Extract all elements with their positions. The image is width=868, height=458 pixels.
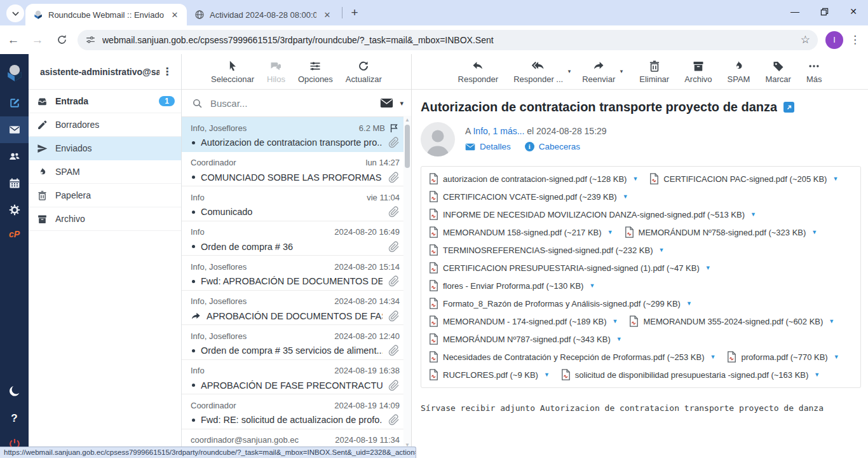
attachment-item[interactable]: CERTIFICACION PAC-signed.pdf (~205 KB) ▼ xyxy=(649,173,838,184)
attachment-menu-caret[interactable]: ▼ xyxy=(616,336,622,342)
open-in-new-window-icon[interactable] xyxy=(783,102,794,113)
attachment-menu-caret[interactable]: ▼ xyxy=(834,354,839,360)
attachment-item[interactable]: MEMORANDUM 158-signed.pdf (~217 KB) ▼ xyxy=(429,226,613,238)
attachment-item[interactable]: RUCFLORES.pdf (~9 KB) ▼ xyxy=(429,369,550,380)
settings-nav-button[interactable] xyxy=(0,197,29,223)
message-list-item[interactable]: Info vie 11:04 Comunicado xyxy=(182,186,403,221)
sidebar-item-papelera[interactable]: Papelera xyxy=(29,184,181,207)
delete-button[interactable]: Eliminar xyxy=(635,60,674,84)
attachment-menu-caret[interactable]: ▼ xyxy=(705,265,711,271)
details-toggle[interactable]: Detalles xyxy=(465,142,511,151)
search-input[interactable] xyxy=(209,97,374,109)
reply-all-button[interactable]: Responder ... ▾ xyxy=(509,60,567,84)
attachment-menu-caret[interactable]: ▼ xyxy=(829,318,834,324)
cpanel-logo[interactable]: cP xyxy=(0,223,29,245)
attachment-item[interactable]: MEMORANDUM - 174-signed.pdf (~189 KB) ▼ xyxy=(429,316,618,327)
attachment-menu-caret[interactable]: ▼ xyxy=(632,176,638,182)
more-button[interactable]: Más xyxy=(802,60,827,84)
message-list-item[interactable]: Coordinador 2024-08-19 14:09 Fwd: RE: so… xyxy=(182,394,403,429)
tab-close-icon[interactable]: ✕ xyxy=(169,9,180,20)
reload-button[interactable] xyxy=(51,29,72,51)
attachment-item[interactable]: Formato_8_Razón de Proformas y Análisis-… xyxy=(429,298,692,309)
roundcube-logo[interactable] xyxy=(0,57,29,90)
attachment-item[interactable]: flores - Enviar Proforma.pdf (~130 KB) ▼ xyxy=(429,280,595,291)
search-options-chevron[interactable]: ▾ xyxy=(400,99,403,108)
attachment-item[interactable]: proforma.pdf (~770 KB) ▼ xyxy=(727,351,839,363)
browser-menu-button[interactable]: ⋮ xyxy=(850,33,860,46)
attachment-menu-caret[interactable]: ▼ xyxy=(623,193,628,200)
compose-button[interactable] xyxy=(0,90,29,116)
help-button[interactable]: ? xyxy=(0,406,29,431)
attachment-item[interactable]: MEMORANDUM 355-2024-signed.pdf (~602 KB)… xyxy=(629,316,834,327)
sidebar-item-archivo[interactable]: Archivo xyxy=(29,207,181,231)
recipient-link[interactable]: Info xyxy=(473,126,487,136)
account-menu-button[interactable]: ⋮ xyxy=(159,66,175,78)
reply-all-dropdown[interactable]: ▾ xyxy=(568,68,571,74)
threads-button[interactable]: Hilos xyxy=(262,60,290,84)
tab-search-button[interactable] xyxy=(6,4,24,22)
browser-profile-avatar[interactable]: I xyxy=(825,31,843,49)
options-button[interactable]: Opciones xyxy=(294,60,337,84)
message-list-item[interactable]: Info, Joseflores 2024-08-20 14:34 APROBA… xyxy=(182,291,403,326)
attachment-menu-caret[interactable]: ▼ xyxy=(659,247,665,253)
attachment-menu-caret[interactable]: ▼ xyxy=(710,354,716,360)
mark-button[interactable]: Marcar xyxy=(761,60,795,84)
attachment-menu-caret[interactable]: ▼ xyxy=(613,318,618,324)
attachment-item[interactable]: INFORME DE NECESIDAD MOVILIZACION DANZA-… xyxy=(429,209,756,220)
restore-button[interactable] xyxy=(810,0,839,23)
attachment-menu-caret[interactable]: ▼ xyxy=(750,211,756,218)
message-list-item[interactable]: Info, Joseflores 2024-08-20 15:14 Fwd: A… xyxy=(182,256,403,291)
more-recipients-link[interactable]: 1 más... xyxy=(493,126,525,136)
attachment-item[interactable]: CERTIFICACION VCATE-signed.pdf (~239 KB)… xyxy=(429,191,628,202)
spam-button[interactable]: SPAM xyxy=(723,60,755,84)
attachment-item[interactable]: solicitud de disponibilidad presupuestar… xyxy=(561,369,820,380)
sidebar-item-enviados[interactable]: Enviados xyxy=(29,137,181,160)
message-list-item[interactable]: Info 2024-08-20 16:49 Orden de compra # … xyxy=(182,221,403,256)
tab-actividad[interactable]: Actividad 2024-08-28 08:00:00 ✕ xyxy=(187,4,339,25)
forward-dropdown[interactable]: ▾ xyxy=(620,68,623,74)
attachment-menu-caret[interactable]: ▼ xyxy=(814,371,820,378)
bookmark-star-icon[interactable]: ☆ xyxy=(801,33,810,46)
list-scrollbar[interactable]: ▲ ▼ xyxy=(403,116,411,458)
refresh-button[interactable]: Actualizar xyxy=(341,60,386,84)
attachment-menu-caret[interactable]: ▼ xyxy=(686,300,692,307)
reply-button[interactable]: Responder xyxy=(454,60,503,84)
attachment-item[interactable]: MEMORÁNDUM Nº758-signed.pdf (~323 KB) ▼ xyxy=(625,226,818,238)
attachment-menu-caret[interactable]: ▼ xyxy=(589,282,595,289)
attachment-menu-caret[interactable]: ▼ xyxy=(544,371,550,378)
attachment-menu-caret[interactable]: ▼ xyxy=(832,176,838,182)
forward-button[interactable]: Reenviar ▾ xyxy=(578,60,620,84)
attachment-item[interactable]: TERMINOSREFERENCIAS-signed-signed.pdf (~… xyxy=(429,244,664,256)
attachment-item[interactable]: CERTIFICACION PRESUPUESTARIA-signed-sign… xyxy=(429,262,711,274)
message-list-item[interactable]: Coordinador lun 14:27 COMUNCIADO SOBRE L… xyxy=(182,152,403,187)
tab-close-icon[interactable]: ✕ xyxy=(322,9,333,20)
minimize-button[interactable]: — xyxy=(780,0,810,23)
back-button[interactable]: ← xyxy=(3,29,24,51)
new-tab-button[interactable]: + xyxy=(346,4,363,21)
attachment-menu-caret[interactable]: ▼ xyxy=(607,229,613,235)
search-scope-icon[interactable] xyxy=(380,98,393,108)
message-list-item[interactable]: Info, Joseflores 6.2 MB Autorizacion de … xyxy=(182,117,403,152)
message-list-item[interactable]: Info, Joseflores 2024-08-20 12:40 Orden … xyxy=(182,325,403,360)
mail-nav-button[interactable] xyxy=(0,116,29,143)
attachment-item[interactable]: Necesidades de Contratación y Recepción … xyxy=(429,351,715,363)
dark-mode-toggle[interactable] xyxy=(0,377,29,406)
select-button[interactable]: Seleccionar xyxy=(207,60,259,84)
close-window-button[interactable]: ✕ xyxy=(839,0,868,23)
forward-button[interactable]: → xyxy=(27,29,48,51)
sidebar-item-spam[interactable]: SPAM xyxy=(29,160,181,184)
scroll-up-arrow[interactable]: ▲ xyxy=(403,117,411,123)
tab-roundcube[interactable]: Roundcube Webmail :: Enviados ✕ xyxy=(25,4,187,25)
archive-button[interactable]: Archivo xyxy=(680,60,716,84)
attachment-menu-caret[interactable]: ▼ xyxy=(811,229,817,235)
scrollbar-thumb[interactable] xyxy=(405,125,410,168)
attachment-item[interactable]: autorizacion de contratacion-signed.pdf … xyxy=(429,173,638,184)
calendar-nav-button[interactable] xyxy=(0,170,29,197)
message-list-item[interactable]: Info 2024-08-19 16:38 APROBACIÓN DE FASE… xyxy=(182,360,403,395)
sidebar-item-borradores[interactable]: Borradores xyxy=(29,113,181,137)
headers-toggle[interactable]: i Cabeceras xyxy=(525,142,580,151)
contacts-nav-button[interactable] xyxy=(0,143,29,170)
attachment-item[interactable]: MEMORÁNDUM Nº787-signed.pdf (~343 KB) ▼ xyxy=(429,333,622,345)
sidebar-item-entrada[interactable]: Entrada 1 xyxy=(29,90,181,113)
url-bar[interactable]: webmail.sanjuan.gob.ec/cpsess7999661515/… xyxy=(78,30,818,50)
